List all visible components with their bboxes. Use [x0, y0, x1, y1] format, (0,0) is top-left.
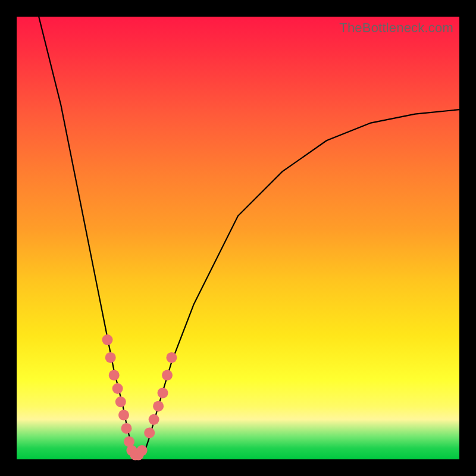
sample-dot [118, 410, 129, 421]
sample-dot [166, 352, 177, 363]
sample-dot [109, 370, 120, 381]
bottleneck-curve [39, 17, 459, 459]
sample-dot [102, 334, 113, 345]
sample-dots-group [102, 334, 177, 461]
sample-dot [121, 423, 132, 434]
sample-dot [158, 387, 168, 398]
sample-dot [115, 396, 126, 407]
sample-dot [162, 370, 173, 381]
sample-dot [112, 383, 123, 394]
sample-dot [105, 352, 116, 363]
chart-frame: TheBottleneck.com [0, 0, 476, 476]
sample-dot [153, 401, 164, 412]
chart-overlay [17, 17, 459, 459]
sample-dot [144, 427, 155, 438]
sample-dot [137, 445, 148, 456]
sample-dot [149, 414, 159, 425]
plot-area: TheBottleneck.com [17, 17, 459, 459]
